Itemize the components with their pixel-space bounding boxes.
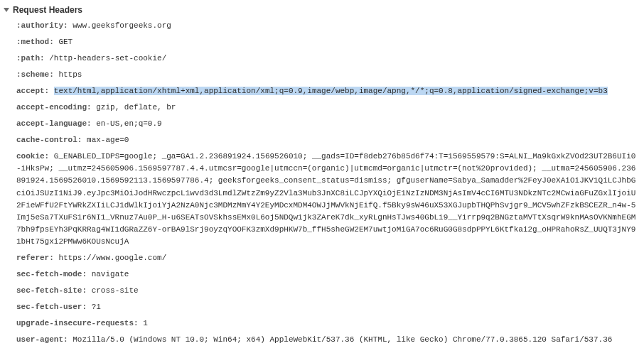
header-row[interactable]: :path: /http-headers-set-cookie/ [4, 50, 637, 67]
header-value[interactable]: G_ENABLED_IDPS=google; _ga=GA1.2.2368919… [16, 152, 635, 245]
header-value[interactable]: navigate [92, 270, 129, 278]
header-row[interactable]: upgrade-insecure-requests: 1 [4, 315, 637, 332]
header-value[interactable]: ?1 [92, 303, 101, 311]
header-row[interactable]: sec-fetch-site: cross-site [4, 283, 637, 299]
header-row[interactable]: accept: text/html,application/xhtml+xml,… [4, 83, 637, 99]
header-value[interactable]: text/html,application/xhtml+xml,applicat… [54, 87, 608, 95]
header-name: sec-fetch-site: [16, 286, 87, 295]
header-row[interactable]: cookie: G_ENABLED_IDPS=google; _ga=GA1.2… [4, 148, 637, 249]
header-value[interactable]: en-US,en;q=0.9 [96, 119, 161, 128]
header-row[interactable]: user-agent: Mozilla/5.0 (Windows NT 10.0… [4, 332, 637, 348]
header-row[interactable]: referer: https://www.google.com/ [4, 250, 637, 266]
header-name: cache-control: [16, 136, 82, 144]
header-row[interactable]: sec-fetch-mode: navigate [4, 266, 637, 283]
header-name: :method: [16, 38, 54, 46]
collapse-arrow-icon[interactable] [4, 8, 9, 12]
header-name: accept-language: [16, 119, 92, 128]
header-value[interactable]: 1 [143, 319, 148, 327]
header-row[interactable]: :method: GET [4, 34, 637, 50]
header-row[interactable]: :authority: www.geeksforgeeks.org [4, 18, 637, 34]
header-row[interactable]: accept-encoding: gzip, deflate, br [4, 99, 637, 116]
header-value[interactable]: https://www.google.com/ [58, 254, 166, 262]
header-name: :authority: [16, 21, 68, 30]
header-value[interactable]: max-age=0 [87, 136, 129, 144]
section-title-text: Request Headers [13, 5, 82, 15]
header-row[interactable]: sec-fetch-user: ?1 [4, 299, 637, 315]
header-value[interactable]: Mozilla/5.0 (Windows NT 10.0; Win64; x64… [73, 335, 612, 344]
header-value[interactable]: cross-site [92, 286, 139, 295]
header-name: upgrade-insecure-requests: [16, 319, 139, 327]
header-name: cookie: [16, 152, 49, 161]
header-row[interactable]: accept-language: en-US,en;q=0.9 [4, 116, 637, 132]
header-name: accept: [16, 87, 49, 95]
header-value[interactable]: www.geeksforgeeks.org [73, 21, 171, 30]
request-headers-list: :authority: www.geeksforgeeks.org:method… [4, 18, 637, 348]
header-name: sec-fetch-mode: [16, 270, 87, 278]
header-name: :path: [16, 54, 45, 63]
header-name: user-agent: [16, 335, 68, 344]
section-title[interactable]: Request Headers [4, 4, 637, 18]
header-row[interactable]: cache-control: max-age=0 [4, 132, 637, 148]
header-name: accept-encoding: [16, 103, 92, 112]
header-row[interactable]: :scheme: https [4, 67, 637, 83]
header-value[interactable]: /http-headers-set-cookie/ [49, 54, 166, 63]
header-value[interactable]: GET [58, 38, 73, 46]
header-name: :scheme: [16, 70, 54, 79]
header-name: sec-fetch-user: [16, 303, 87, 311]
header-name: referer: [16, 254, 54, 262]
header-value[interactable]: https [58, 70, 82, 79]
header-value[interactable]: gzip, deflate, br [96, 103, 176, 112]
